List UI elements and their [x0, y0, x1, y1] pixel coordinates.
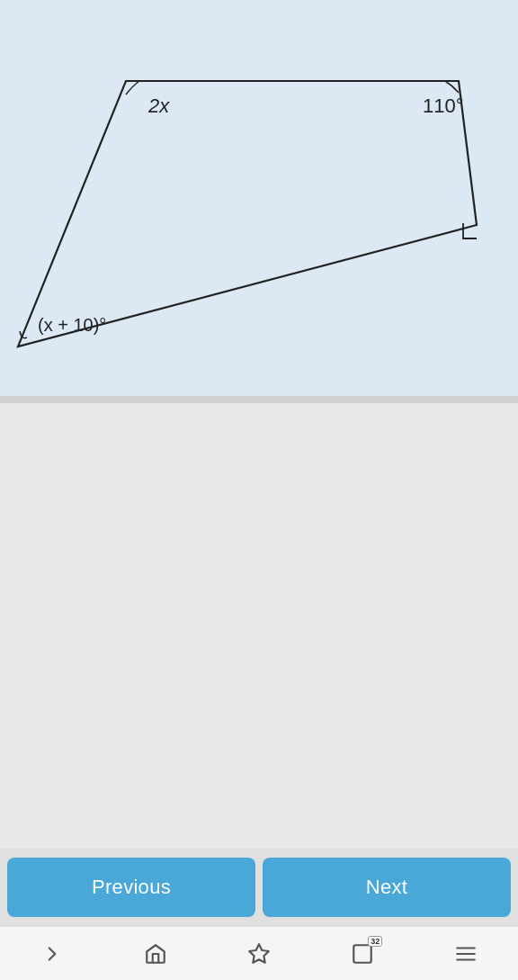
svg-marker-0: [18, 81, 477, 346]
diagram-area: 2x 110° (x + 10)°: [0, 0, 518, 396]
menu-button[interactable]: [444, 932, 487, 976]
nav-buttons: Previous Next: [0, 849, 518, 926]
bookmark-button[interactable]: [237, 932, 281, 976]
svg-marker-1: [249, 944, 269, 963]
next-button[interactable]: Next: [263, 858, 511, 917]
label-110: 110°: [423, 94, 464, 117]
badge-number: 32: [368, 936, 382, 947]
back-button[interactable]: [31, 932, 74, 976]
badge-button[interactable]: 32: [341, 932, 384, 976]
separator: [0, 396, 518, 403]
previous-button[interactable]: Previous: [7, 858, 255, 917]
label-x10: (x + 10)°: [38, 315, 106, 335]
home-button[interactable]: [134, 932, 177, 976]
label-2x: 2x: [147, 94, 170, 117]
svg-rect-2: [353, 945, 371, 963]
bottom-bar: 32: [0, 926, 518, 980]
answer-area: [0, 403, 518, 849]
